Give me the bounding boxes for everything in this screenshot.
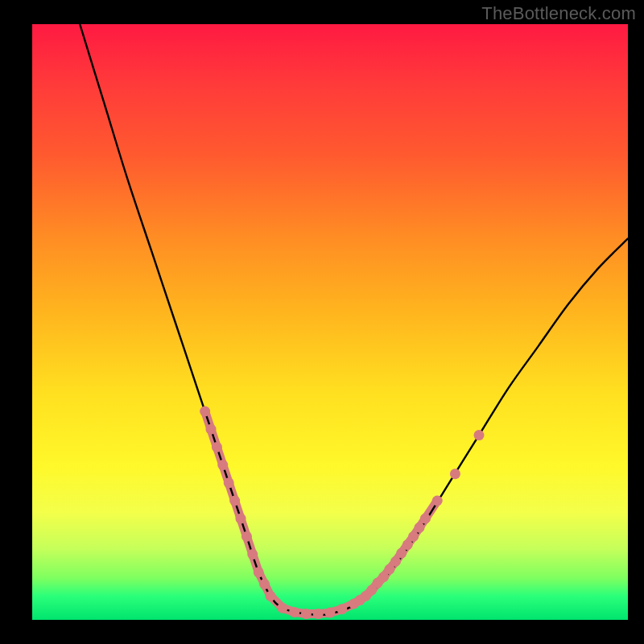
marker-dot: [432, 496, 443, 506]
marker-dot: [336, 604, 347, 614]
marker-dot: [247, 549, 258, 559]
marker-dot: [224, 477, 234, 488]
marker-dot: [420, 514, 431, 524]
marker-dot: [229, 496, 240, 506]
marker-dot: [236, 514, 246, 524]
marker-dot: [301, 609, 312, 619]
marker-dot: [415, 522, 425, 533]
marker-dot: [259, 579, 270, 589]
marker-dot: [266, 591, 276, 601]
marker-dot: [289, 607, 299, 617]
chart-frame: TheBottleneck.com: [0, 0, 644, 644]
marker-dot: [212, 442, 222, 452]
plot-area: [32, 24, 628, 620]
bottleneck-curve: [80, 24, 628, 615]
marker-dot: [325, 608, 336, 618]
marker-dot: [200, 407, 210, 417]
marker-dot: [313, 609, 324, 619]
curve-layer: [32, 24, 628, 620]
marker-dot: [206, 424, 217, 435]
marker-dot: [277, 603, 287, 613]
watermark-text: TheBottleneck.com: [481, 3, 636, 24]
marker-segments: [205, 411, 438, 614]
marker-dot: [450, 469, 460, 479]
marker-dot: [242, 531, 252, 542]
marker-dot: [217, 460, 228, 470]
marker-dot: [408, 531, 419, 542]
marker-dot: [254, 567, 264, 577]
marker-dot: [474, 430, 485, 440]
